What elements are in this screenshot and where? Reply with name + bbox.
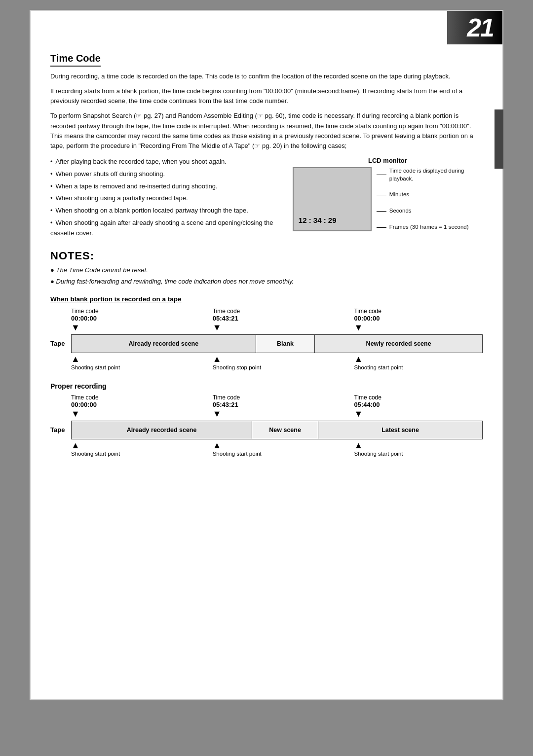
tc3-label-d2: Time code [354,394,483,401]
tc2-label-d2: Time code [213,394,354,401]
bullet-item: After playing back the recorded tape, wh… [50,157,283,167]
shoot-label-d2-2: Shooting start point [213,451,262,457]
annotation-text: Minutes [389,191,409,199]
tc3-value-d2: 05:44:00 [354,401,483,408]
lcd-screen: 12 : 34 : 29 [293,167,372,231]
tc2-value: 05:43:21 [213,315,354,322]
arrow-up-2: ▲ [213,354,222,364]
tc3-value: 00:00:00 [354,315,483,322]
annotation-line [377,195,386,195]
diagram-2: Proper recording Time code 00:00:00 Time… [50,382,483,457]
tc3-label: Time code [354,308,483,315]
arrow-up-d2-1: ▲ [71,440,80,451]
tc1-value-d2: 00:00:00 [71,401,213,408]
arrow-down-d2-1: ▼ [71,409,80,419]
notes-item-0: The Time Code cannot be reset. [50,265,483,275]
annotation-line [377,227,386,228]
lcd-timecode-display: 12 : 34 : 29 [299,216,337,224]
lcd-column: LCD monitor 12 : 34 : 29 Time code is di… [293,157,483,241]
annotation-text: Seconds [389,207,412,215]
shoot-label-d2-3: Shooting start point [354,451,403,457]
shoot-label-3: Shooting start point [354,364,403,370]
section-title: Time Code [50,53,101,67]
shoot-label-1: Shooting start point [71,364,120,370]
annotation-text: Frames (30 frames = 1 second) [389,223,469,231]
notes-title: NOTES: [50,250,483,262]
arrow-up-d2-2: ▲ [213,440,222,451]
lcd-annotation-1: Minutes [377,191,483,199]
arrow-down-d2-3: ▼ [354,409,363,419]
arrow-up-1: ▲ [71,354,80,364]
arrow-up-3: ▲ [354,354,363,364]
tape-seg-newly: Newly recorded scene [315,335,482,353]
body-paragraph-1: During recording, a time code is recorde… [50,72,483,81]
page: 21 Time Code During recording, a time co… [30,10,503,700]
tape-segments-2: Already recorded scene New scene Latest … [71,421,483,439]
tape-seg-latest: Latest scene [318,421,482,439]
lcd-label: LCD monitor [293,157,483,164]
tc1-value: 00:00:00 [71,315,213,322]
arrow-down-d2-2: ▼ [213,409,222,419]
bullet-column: After playing back the recorded tape, wh… [50,157,283,241]
tape-seg-blank: Blank [256,335,315,353]
tape-track-1: Tape Already recorded scene Blank Newly … [50,334,483,353]
bullet-item: When shooting using a partially recorded… [50,193,283,204]
tape-segments-1: Already recorded scene Blank Newly recor… [71,334,483,353]
tc1-label-d2: Time code [71,394,213,401]
notes-item-1: During fast-forwarding and rewinding, ti… [50,277,483,287]
tape-label-1: Tape [50,340,68,347]
bullet-list: After playing back the recorded tape, wh… [50,157,283,239]
section-tab [495,109,503,169]
arrow-down-1: ▼ [71,323,80,332]
diagram-1-heading: When blank portion is recorded on a tape [50,295,483,303]
arrow-up-d2-3: ▲ [354,440,363,451]
tape-label-2: Tape [50,426,68,433]
annotation-text: Time code is displayed during playback. [389,167,483,182]
annotation-line [377,211,386,212]
bullet-item: When shooting on a blank portion located… [50,206,283,216]
tape-seg-already-2: Already recorded scene [72,421,252,439]
lcd-annotations: Time code is displayed during playback. … [372,167,483,231]
tape-seg-already-1: Already recorded scene [72,335,256,353]
shoot-label-2: Shooting stop point [213,364,261,370]
lcd-annotation-3: Frames (30 frames = 1 second) [377,223,483,231]
arrow-down-2: ▼ [213,323,222,332]
tc2-value-d2: 05:43:21 [213,401,354,408]
bullet-item: When shooting again after already shooti… [50,218,283,239]
diagram-2-heading: Proper recording [50,382,483,390]
body-paragraph-3: To perform Snapshot Search (☞ pg. 27) an… [50,111,483,151]
lcd-annotation-2: Seconds [377,207,483,215]
tc2-label: Time code [213,308,354,315]
shoot-label-d2-1: Shooting start point [71,451,120,457]
body-paragraph-2: If recording starts from a blank portion… [50,86,483,106]
lcd-diagram: 12 : 34 : 29 Time code is displayed duri… [293,167,483,231]
tape-track-2: Tape Already recorded scene New scene La… [50,421,483,439]
bullet-item: When a tape is removed and re-inserted d… [50,181,283,192]
annotation-line [377,175,386,175]
arrow-down-3: ▼ [354,323,363,332]
two-column-section: After playing back the recorded tape, wh… [50,157,483,241]
tc1-label: Time code [71,308,213,315]
tape-seg-new: New scene [252,421,318,439]
page-number: 21 [447,11,502,44]
lcd-annotation-0: Time code is displayed during playback. [377,167,483,182]
bullet-item: When power shuts off during shooting. [50,169,283,180]
diagram-1: When blank portion is recorded on a tape… [50,295,483,370]
